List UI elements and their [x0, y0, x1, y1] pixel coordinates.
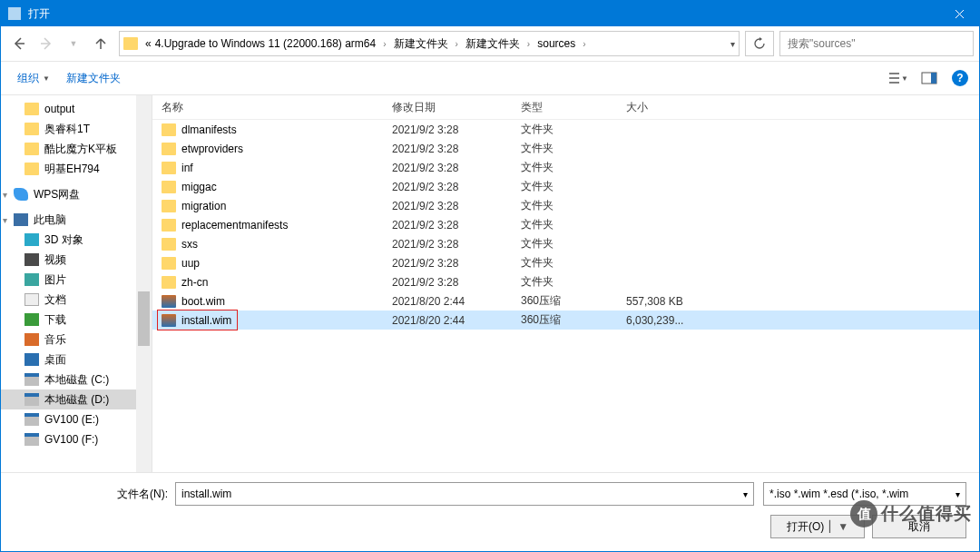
- preview-pane-toggle[interactable]: [919, 68, 939, 88]
- tree-item-label: 酷比魔方K平板: [44, 142, 117, 157]
- file-date: 2021/9/2 3:28: [392, 181, 521, 193]
- cancel-button[interactable]: 取消: [872, 515, 966, 538]
- open-button[interactable]: 打开(O) ▏▼: [770, 515, 865, 538]
- tree-item[interactable]: 下载: [1, 310, 152, 330]
- file-row[interactable]: migration2021/9/2 3:28文件夹: [152, 196, 979, 215]
- column-header-type[interactable]: 类型: [521, 100, 626, 115]
- file-type: 文件夹: [521, 160, 626, 175]
- chevron-down-icon[interactable]: [743, 488, 748, 500]
- file-date: 2021/9/2 3:28: [392, 276, 521, 289]
- column-header-date[interactable]: 修改日期: [392, 100, 521, 115]
- chevron-down-icon: ▼: [901, 74, 908, 83]
- filename-combo[interactable]: install.wim: [175, 482, 754, 506]
- tree-item[interactable]: 视频: [1, 250, 152, 270]
- file-row[interactable]: inf2021/9/2 3:28文件夹: [152, 158, 979, 177]
- tree-item[interactable]: 桌面: [1, 350, 152, 370]
- file-date: 2021/9/2 3:28: [392, 200, 521, 212]
- scrollbar[interactable]: [136, 95, 152, 472]
- file-row[interactable]: etwproviders2021/9/2 3:28文件夹: [152, 139, 979, 158]
- file-name: uup: [181, 257, 392, 270]
- file-row[interactable]: install.wim2021/8/20 2:44360压缩6,030,239.…: [152, 310, 979, 330]
- tree-item[interactable]: 文档: [1, 290, 152, 310]
- tree-item[interactable]: ▾此电脑: [1, 210, 152, 230]
- file-name: dlmanifests: [181, 123, 392, 136]
- address-bar[interactable]: « 4.Upgrade to Windows 11 (22000.168) ar…: [119, 31, 740, 56]
- expand-icon[interactable]: ▾: [3, 190, 7, 200]
- column-header-size[interactable]: 大小: [626, 100, 717, 115]
- file-row[interactable]: sxs2021/9/2 3:28文件夹: [152, 234, 979, 253]
- search-box[interactable]: [779, 31, 974, 56]
- file-date: 2021/8/20 2:44: [392, 295, 521, 308]
- drv-icon: [24, 413, 39, 426]
- tree-item[interactable]: 图片: [1, 270, 152, 290]
- file-row[interactable]: miggac2021/9/2 3:28文件夹: [152, 177, 979, 196]
- organize-menu[interactable]: 组织 ▼: [12, 67, 55, 90]
- tree-item[interactable]: GV100 (F:): [1, 429, 152, 449]
- file-date: 2021/9/2 3:28: [392, 238, 521, 251]
- folder-icon: [162, 162, 176, 174]
- file-row[interactable]: zh-cn2021/9/2 3:28文件夹: [152, 272, 979, 291]
- forward-button[interactable]: [34, 31, 59, 56]
- refresh-button[interactable]: [745, 31, 774, 56]
- tree-item-label: output: [44, 103, 74, 115]
- expand-icon[interactable]: ▾: [3, 215, 7, 225]
- chevron-down-icon[interactable]: [956, 488, 960, 500]
- history-dropdown[interactable]: ▼: [61, 31, 86, 56]
- breadcrumb-item[interactable]: 新建文件夹: [464, 36, 522, 52]
- file-type: 360压缩: [521, 312, 626, 328]
- file-row[interactable]: uup2021/9/2 3:28文件夹: [152, 253, 979, 272]
- tree-item-label: 下载: [44, 312, 66, 328]
- file-name: etwproviders: [181, 143, 392, 155]
- split-chevron-icon[interactable]: ▏▼: [829, 520, 848, 533]
- folder-icon: [162, 257, 176, 270]
- file-type: 文件夹: [521, 255, 626, 271]
- column-header-name[interactable]: 名称: [162, 100, 392, 115]
- folder-icon: [24, 163, 39, 175]
- folder-icon: [162, 143, 176, 155]
- file-type-filter[interactable]: *.iso *.wim *.esd (*.iso, *.wim: [763, 482, 966, 506]
- tree-item[interactable]: 本地磁盘 (D:): [1, 389, 152, 409]
- tree-item[interactable]: 音乐: [1, 330, 152, 350]
- back-button[interactable]: [6, 31, 32, 56]
- tree-item[interactable]: 奥睿科1T: [1, 119, 152, 139]
- file-row[interactable]: boot.wim2021/8/20 2:44360压缩557,308 KB: [152, 291, 979, 310]
- up-button[interactable]: [88, 31, 113, 56]
- tree-item[interactable]: GV100 (E:): [1, 409, 152, 429]
- mus-icon: [24, 333, 39, 346]
- file-type: 文件夹: [521, 274, 626, 290]
- chevron-right-icon: ›: [577, 39, 591, 49]
- tree-item[interactable]: 酷比魔方K平板: [1, 139, 152, 159]
- new-folder-label: 新建文件夹: [66, 71, 121, 86]
- tree-item-label: 本地磁盘 (D:): [44, 392, 109, 408]
- file-date: 2021/9/2 3:28: [392, 257, 521, 270]
- tree-item[interactable]: ▾WPS网盘: [1, 184, 152, 204]
- new-folder-button[interactable]: 新建文件夹: [61, 67, 126, 90]
- svg-rect-1: [931, 73, 936, 84]
- tree-item[interactable]: 本地磁盘 (C:): [1, 370, 152, 389]
- breadcrumb-item[interactable]: sources: [535, 37, 577, 50]
- tree-item-label: WPS网盘: [34, 187, 80, 202]
- close-icon: [955, 9, 965, 19]
- tree-item[interactable]: 3D 对象: [1, 230, 152, 250]
- archive-icon: [162, 314, 176, 327]
- view-menu[interactable]: ▼: [888, 68, 908, 88]
- breadcrumb-item[interactable]: 4.Upgrade to Windows 11 (22000.168) arm6…: [153, 37, 377, 50]
- chevron-right-icon: ›: [522, 39, 535, 49]
- tree-item-label: 图片: [44, 272, 66, 288]
- scrollbar-thumb[interactable]: [138, 291, 150, 346]
- file-row[interactable]: replacementmanifests2021/9/2 3:28文件夹: [152, 215, 979, 234]
- breadcrumb-item[interactable]: 新建文件夹: [392, 36, 450, 52]
- file-row[interactable]: dlmanifests2021/9/2 3:28文件夹: [152, 120, 979, 139]
- search-input[interactable]: [786, 36, 967, 51]
- file-date: 2021/8/20 2:44: [392, 314, 521, 327]
- help-button[interactable]: ?: [952, 70, 968, 86]
- tree-item[interactable]: output: [1, 99, 152, 119]
- filter-value: *.iso *.wim *.esd (*.iso, *.wim: [769, 488, 908, 500]
- doc-icon: [24, 293, 39, 306]
- address-dropdown[interactable]: [730, 37, 735, 50]
- archive-icon: [162, 295, 176, 308]
- tree-item[interactable]: 明基EH794: [1, 159, 152, 179]
- close-button[interactable]: [939, 1, 979, 26]
- file-date: 2021/9/2 3:28: [392, 143, 521, 155]
- dl-icon: [24, 313, 39, 326]
